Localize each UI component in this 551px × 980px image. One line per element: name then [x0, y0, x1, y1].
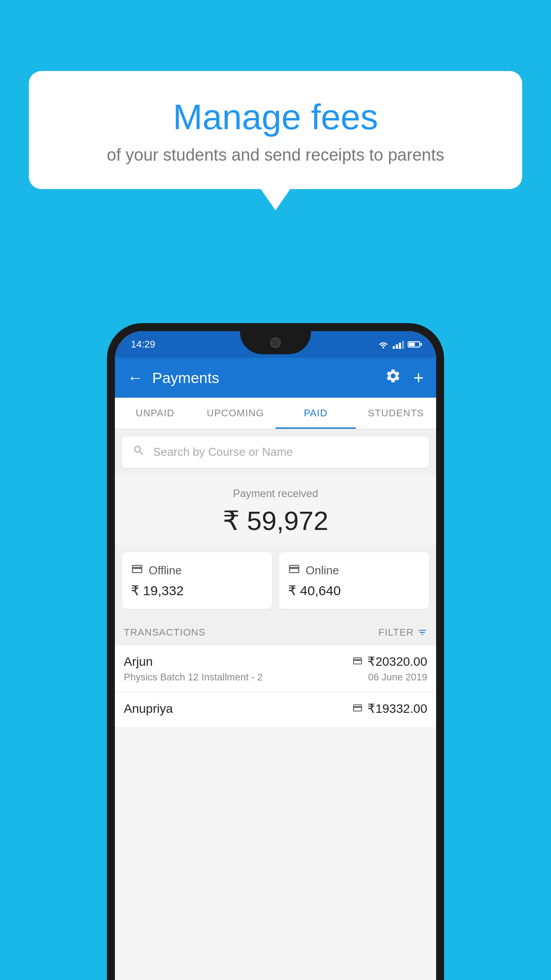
tab-students[interactable]: STUDENTS [356, 398, 436, 429]
transaction-type-icon [352, 656, 363, 668]
search-container[interactable]: Search by Course or Name [122, 436, 429, 468]
transaction-bottom: Physics Batch 12 Installment - 2 06 June… [124, 672, 427, 683]
transaction-amount-row: ₹20320.00 [352, 654, 427, 669]
payment-received-amount: ₹ 59,972 [115, 505, 436, 536]
settings-icon[interactable] [385, 368, 401, 387]
online-icon [288, 563, 300, 578]
signal-bar-3 [399, 343, 401, 349]
battery-fill [409, 343, 415, 346]
payment-received-section: Payment received ₹ 59,972 [115, 475, 436, 545]
transaction-top: Arjun ₹20320.00 [124, 654, 427, 669]
table-row[interactable]: Arjun ₹20320.00 Physics Batch 12 Install… [115, 645, 436, 692]
camera [270, 337, 281, 348]
search-placeholder: Search by Course or Name [153, 445, 293, 459]
tab-unpaid[interactable]: UNPAID [115, 398, 195, 429]
transaction-desc: Physics Batch 12 Installment - 2 [124, 672, 263, 683]
filter-icon [417, 628, 427, 637]
back-button[interactable]: ← [127, 368, 143, 387]
battery-icon [408, 341, 420, 348]
transactions-label: TRANSACTIONS [124, 627, 205, 638]
transactions-header: TRANSACTIONS FILTER [115, 618, 436, 645]
app-bar: ← Payments + [115, 358, 436, 398]
offline-label: Offline [149, 564, 182, 577]
bubble-subtitle: of your students and send receipts to pa… [55, 146, 496, 165]
wifi-icon [378, 340, 389, 349]
signal-bar-1 [393, 346, 395, 349]
main-content: Search by Course or Name Payment receive… [115, 429, 436, 728]
bubble-title: Manage fees [55, 98, 496, 137]
speech-bubble: Manage fees of your students and send re… [29, 71, 522, 189]
offline-icon [131, 563, 143, 578]
signal-bar-2 [396, 344, 398, 349]
transaction-amount-row: ₹19332.00 [352, 701, 427, 716]
search-icon [133, 444, 145, 460]
offline-card: Offline ₹ 19,332 [122, 552, 272, 609]
phone-frame: 14:29 [107, 323, 444, 980]
payment-received-label: Payment received [115, 487, 436, 500]
transaction-amount: ₹19332.00 [367, 701, 427, 716]
offline-amount: ₹ 19,332 [131, 583, 263, 598]
tab-upcoming[interactable]: UPCOMING [195, 398, 276, 429]
payment-cards: Offline ₹ 19,332 Online ₹ 40,640 [115, 552, 436, 618]
tabs: UNPAID UPCOMING PAID STUDENTS [115, 398, 436, 429]
filter-button[interactable]: FILTER [378, 627, 427, 638]
app-bar-icons: + [385, 368, 424, 388]
speech-bubble-container: Manage fees of your students and send re… [29, 71, 522, 189]
phone-screen: 14:29 [115, 331, 436, 980]
online-card: Online ₹ 40,640 [279, 552, 429, 609]
online-label: Online [306, 564, 339, 577]
status-bar: 14:29 [115, 331, 436, 358]
tab-paid[interactable]: PAID [276, 398, 356, 429]
transaction-name: Arjun [124, 655, 153, 669]
online-card-header: Online [288, 563, 420, 578]
transaction-name: Anupriya [124, 702, 173, 716]
app-title: Payments [152, 369, 385, 387]
signal-bars [393, 340, 404, 349]
svg-point-0 [382, 347, 384, 348]
transaction-amount: ₹20320.00 [367, 654, 427, 669]
filter-label: FILTER [378, 627, 414, 638]
table-row[interactable]: Anupriya ₹19332.00 [115, 692, 436, 728]
signal-bar-4 [402, 341, 404, 349]
notch [240, 331, 311, 354]
offline-card-header: Offline [131, 563, 263, 578]
add-icon[interactable]: + [413, 368, 424, 388]
transaction-top: Anupriya ₹19332.00 [124, 701, 427, 716]
transaction-date: 06 June 2019 [368, 672, 427, 683]
status-icons [378, 340, 420, 349]
status-time: 14:29 [131, 339, 155, 350]
online-amount: ₹ 40,640 [288, 583, 420, 598]
transaction-type-icon [352, 703, 363, 715]
